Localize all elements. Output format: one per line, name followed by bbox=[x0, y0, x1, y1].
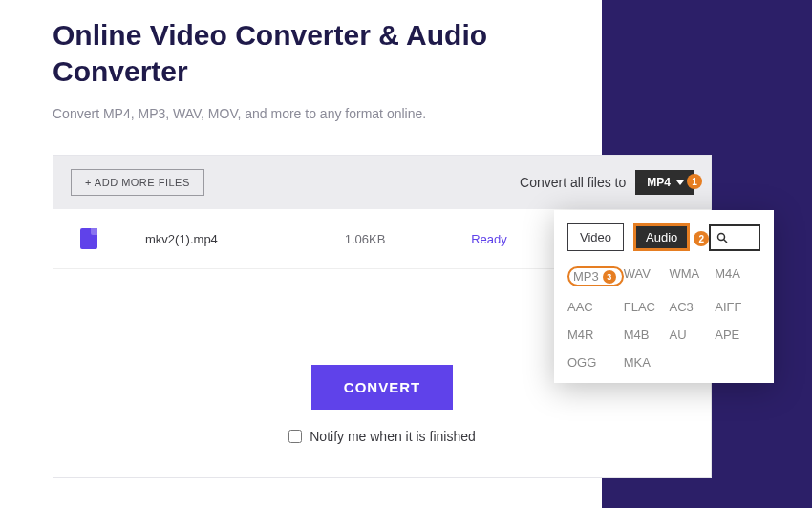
page-subtitle: Convert MP4, MP3, WAV, MOV, and more to … bbox=[53, 106, 759, 121]
chevron-down-icon bbox=[676, 180, 684, 185]
file-name: mkv2(1).mp4 bbox=[145, 232, 288, 246]
page-title: Online Video Converter & Audio Converter bbox=[53, 17, 588, 89]
output-format-selector[interactable]: MP4 1 bbox=[635, 170, 694, 195]
annotation-step-2: 2 bbox=[694, 231, 709, 246]
format-option-wav[interactable]: WAV bbox=[624, 266, 670, 286]
add-more-files-button[interactable]: + ADD MORE FILES bbox=[71, 169, 204, 196]
format-option-mp3[interactable]: MP3 3 bbox=[567, 266, 624, 286]
format-search-input[interactable] bbox=[709, 224, 760, 251]
format-option-aiff[interactable]: AIFF bbox=[715, 300, 760, 314]
tab-audio[interactable]: Audio bbox=[633, 223, 690, 251]
file-status: Ready bbox=[441, 232, 537, 246]
svg-line-1 bbox=[724, 239, 728, 243]
format-option-aac[interactable]: AAC bbox=[567, 300, 624, 314]
format-option-mka[interactable]: MKA bbox=[624, 355, 670, 370]
file-size: 1.06KB bbox=[317, 232, 413, 246]
svg-point-0 bbox=[718, 233, 725, 240]
format-option-wma[interactable]: WMA bbox=[669, 266, 715, 286]
convert-all-label: Convert all files to bbox=[520, 175, 626, 190]
format-grid: MP3 3 WAV WMA M4A AAC FLAC AC3 AIFF M4R … bbox=[567, 266, 760, 370]
annotation-step-1: 1 bbox=[687, 174, 702, 189]
tab-video[interactable]: Video bbox=[567, 223, 624, 251]
search-icon bbox=[716, 232, 728, 243]
format-option-ogg[interactable]: OGG bbox=[567, 355, 624, 370]
notify-checkbox-wrap[interactable]: Notify me when it is finished bbox=[288, 429, 476, 444]
notify-label: Notify me when it is finished bbox=[310, 429, 476, 444]
format-option-ape[interactable]: APE bbox=[715, 328, 760, 342]
format-option-m4a[interactable]: M4A bbox=[715, 266, 760, 286]
annotation-step-3: 3 bbox=[603, 270, 616, 284]
panel-toolbar: + ADD MORE FILES Convert all files to MP… bbox=[53, 156, 711, 209]
format-option-flac[interactable]: FLAC bbox=[624, 300, 670, 314]
format-option-m4b[interactable]: M4B bbox=[624, 328, 670, 342]
convert-button[interactable]: CONVERT bbox=[311, 365, 453, 410]
format-dropdown: Video Audio 2 MP3 3 WAV WMA M4A AAC FLAC… bbox=[554, 210, 774, 383]
format-option-au[interactable]: AU bbox=[669, 328, 715, 342]
format-option-m4r[interactable]: M4R bbox=[567, 328, 624, 342]
notify-checkbox[interactable] bbox=[288, 430, 302, 443]
format-option-ac3[interactable]: AC3 bbox=[669, 300, 715, 314]
output-format-value: MP4 bbox=[647, 176, 671, 189]
file-icon bbox=[80, 228, 97, 249]
